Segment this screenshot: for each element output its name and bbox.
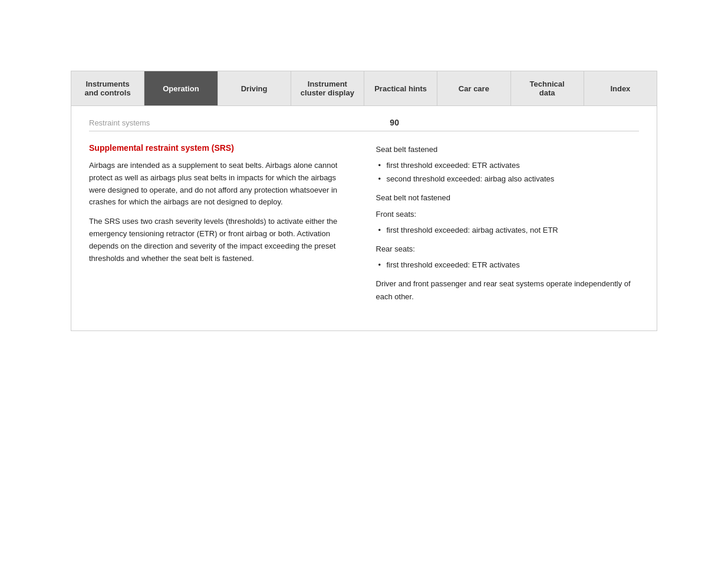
bullet-2-1: first threshold exceeded: airbag activat… [376,224,640,237]
bullet-1-1: first threshold exceeded: ETR activates [376,160,640,172]
nav-item-car-care[interactable]: Car care [437,71,510,105]
seat-belt-fastened-bullets: first threshold exceeded: ETR activates … [376,160,640,186]
nav-item-technical-data[interactable]: Technical data [511,71,584,105]
left-column: Supplemental restraint system (SRS) Airb… [89,143,353,307]
navigation-bar: Instruments and controlsOperationDriving… [71,71,657,106]
nav-item-instruments-and-controls[interactable]: Instruments and controls [71,71,144,105]
two-column-layout: Supplemental restraint system (SRS) Airb… [89,143,639,307]
rear-seats-bullets: first threshold exceeded: ETR activates [376,259,640,272]
right-column: Seat belt fastened first threshold excee… [376,143,640,307]
nav-item-driving[interactable]: Driving [218,71,291,105]
rear-seats-label: Rear seats: [376,243,640,256]
bullet-3-1: first threshold exceeded: ETR activates [376,259,640,272]
page-header: Restraint systems 90 [89,118,639,131]
page-number: 90 [390,118,399,127]
seat-belt-not-fastened-label: Seat belt not fastened [376,191,640,204]
nav-item-index[interactable]: Index [584,71,657,105]
seat-belt-fastened-label: Seat belt fastened [376,143,640,156]
nav-item-instrument-cluster-display[interactable]: Instrument cluster display [291,71,364,105]
nav-item-operation[interactable]: Operation [144,71,218,105]
section-title: Restraint systems [89,118,150,127]
front-seats-bullets: first threshold exceeded: airbag activat… [376,224,640,237]
nav-item-practical-hints[interactable]: Practical hints [364,71,437,105]
final-text: Driver and front passenger and rear seat… [376,277,640,303]
content-area: Restraint systems 90 Supplemental restra… [71,106,657,331]
bullet-1-2: second threshold exceeded: airbag also a… [376,173,640,186]
front-seats-label: Front seats: [376,208,640,221]
left-paragraph-1: Airbags are intended as a supplement to … [89,160,353,209]
left-paragraph-2: The SRS uses two crash severity levels (… [89,216,353,265]
section-heading: Supplemental restraint system (SRS) [89,143,353,153]
